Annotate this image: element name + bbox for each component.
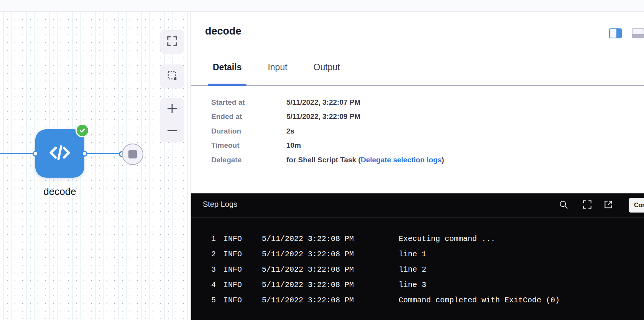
step-node-decode[interactable] bbox=[35, 129, 84, 178]
marquee-select-icon bbox=[166, 70, 178, 83]
tab-input[interactable]: Input bbox=[264, 57, 291, 85]
log-message: Executing command ... bbox=[399, 234, 495, 243]
tab-output[interactable]: Output bbox=[310, 57, 344, 85]
log-level: INFO bbox=[223, 280, 242, 289]
detail-label: Ended at bbox=[211, 112, 286, 121]
detail-label: Started at bbox=[211, 98, 286, 107]
log-line: 3 INFO 5/11/2022 3:22:08 PM line 2 bbox=[191, 262, 644, 277]
console-header: Step Logs bbox=[191, 193, 644, 218]
expand-icon bbox=[166, 35, 178, 48]
details-table: Started at 5/11/2022, 3:22:07 PM Ended a… bbox=[211, 95, 444, 167]
pipeline-execution-view: decode bbox=[0, 0, 644, 320]
log-line: 5 INFO 5/11/2022 3:22:08 PM Command comp… bbox=[191, 293, 644, 308]
log-line-number: 2 bbox=[207, 250, 216, 259]
open-logs-new-window-button[interactable] bbox=[603, 200, 614, 211]
log-line: 2 INFO 5/11/2022 3:22:08 PM line 1 bbox=[191, 247, 644, 262]
zoom-out-button[interactable] bbox=[160, 120, 184, 142]
log-line-number: 4 bbox=[207, 280, 216, 289]
console-view-button[interactable]: Console View bbox=[629, 198, 644, 213]
split-bottom-icon[interactable] bbox=[632, 28, 644, 38]
search-logs-button[interactable] bbox=[558, 200, 569, 211]
detail-value: 2s bbox=[286, 127, 294, 135]
detail-row-started-at: Started at 5/11/2022, 3:22:07 PM bbox=[211, 95, 444, 110]
success-check-icon bbox=[76, 124, 89, 137]
node-port-left[interactable] bbox=[33, 151, 38, 157]
tab-details[interactable]: Details bbox=[209, 57, 245, 85]
log-timestamp: 5/11/2022 3:22:08 PM bbox=[262, 280, 354, 289]
log-timestamp: 5/11/2022 3:22:08 PM bbox=[262, 234, 354, 243]
log-message: line 1 bbox=[399, 250, 426, 259]
log-timestamp: 5/11/2022 3:22:08 PM bbox=[262, 265, 354, 274]
console-title: Step Logs bbox=[203, 200, 237, 209]
search-icon bbox=[559, 200, 568, 211]
log-line-number: 1 bbox=[207, 234, 216, 243]
log-line-number: 3 bbox=[207, 265, 216, 274]
delegate-selection-logs-link[interactable]: Delegate selection logs bbox=[361, 156, 442, 164]
step-details-panel: decode Details Input Output Started at 5… bbox=[191, 12, 644, 320]
edge-outgoing bbox=[84, 153, 122, 154]
plus-icon bbox=[166, 102, 178, 116]
log-level: INFO bbox=[223, 296, 242, 305]
detail-row-timeout: Timeout 10m bbox=[211, 139, 444, 153]
detail-value: for Shell Script Task (Delegate selectio… bbox=[286, 156, 444, 164]
node-port-right[interactable] bbox=[82, 151, 87, 157]
detail-value: 5/11/2022, 3:22:09 PM bbox=[286, 112, 360, 121]
detail-row-ended-at: Ended at 5/11/2022, 3:22:09 PM bbox=[211, 110, 444, 124]
tab-bar: Details Input Output bbox=[191, 57, 644, 86]
log-line: 4 INFO 5/11/2022 3:22:08 PM line 3 bbox=[191, 277, 644, 293]
open-in-new-icon bbox=[603, 200, 613, 211]
log-line-number: 5 bbox=[207, 296, 216, 305]
node-label: decode bbox=[25, 186, 94, 198]
end-node[interactable] bbox=[122, 144, 143, 165]
log-timestamp: 5/11/2022 3:22:08 PM bbox=[262, 296, 354, 305]
detail-row-duration: Duration 2s bbox=[211, 124, 444, 139]
log-message: Command completed with ExitCode (0) bbox=[399, 296, 560, 305]
log-level: INFO bbox=[223, 250, 242, 259]
log-message: line 3 bbox=[399, 280, 426, 289]
split-right-icon[interactable] bbox=[609, 28, 622, 38]
detail-value: 5/11/2022, 3:22:07 PM bbox=[286, 98, 360, 107]
stop-icon bbox=[128, 150, 137, 158]
split-right-fill bbox=[616, 29, 621, 38]
log-body[interactable]: 1 INFO 5/11/2022 3:22:08 PM Executing co… bbox=[191, 218, 644, 308]
step-logs-console: Step Logs bbox=[191, 193, 644, 320]
edge-incoming bbox=[0, 153, 36, 154]
panel-title: decode bbox=[205, 25, 242, 37]
detail-label: Duration bbox=[211, 127, 286, 135]
log-level: INFO bbox=[223, 234, 242, 243]
zoom-in-button[interactable] bbox=[160, 98, 184, 120]
zoom-control bbox=[160, 98, 184, 142]
detail-label: Delegate bbox=[211, 156, 286, 164]
log-timestamp: 5/11/2022 3:22:08 PM bbox=[262, 250, 354, 259]
fullscreen-logs-button[interactable] bbox=[582, 200, 593, 211]
fullscreen-icon bbox=[582, 200, 592, 211]
split-bottom-fill bbox=[632, 34, 644, 38]
pipeline-canvas[interactable]: decode bbox=[0, 12, 191, 320]
log-level: INFO bbox=[223, 265, 242, 274]
delegate-value-prefix: for Shell Script Task ( bbox=[286, 156, 361, 164]
detail-value: 10m bbox=[286, 141, 301, 150]
minus-icon bbox=[166, 124, 178, 138]
code-icon bbox=[47, 140, 72, 167]
log-line: 1 INFO 5/11/2022 3:22:08 PM Executing co… bbox=[191, 231, 644, 247]
log-message: line 2 bbox=[399, 265, 426, 274]
detail-label: Timeout bbox=[211, 141, 286, 150]
delegate-value-suffix: ) bbox=[442, 156, 444, 164]
detail-row-delegate: Delegate for Shell Script Task (Delegate… bbox=[211, 153, 444, 167]
marquee-select-button[interactable] bbox=[160, 64, 184, 88]
top-strip bbox=[0, 0, 644, 12]
expand-canvas-button[interactable] bbox=[160, 30, 184, 54]
